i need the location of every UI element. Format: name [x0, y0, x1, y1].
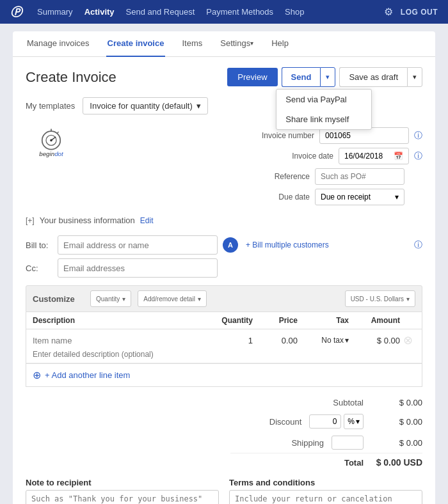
main-container: Manage invoices Create invoice Items Set… — [13, 31, 435, 504]
subtotal-value: $ 0.00 — [371, 398, 422, 407]
totals-table: Subtotal $ 0.00 Discount % ▾ $ 0.00 — [230, 395, 422, 468]
subnav-items[interactable]: Items — [180, 31, 204, 57]
nav-right: ⚙ LOG OUT — [384, 6, 438, 18]
due-caret-icon: ▾ — [395, 193, 399, 201]
svg-line-3 — [57, 132, 59, 134]
item-price-input[interactable] — [253, 336, 298, 345]
note-terms-row: Note to recipient 4000 Terms and conditi… — [26, 478, 422, 504]
bill-multiple-link[interactable]: + Bill multiple customers — [246, 240, 329, 249]
total-label: Total — [344, 458, 364, 468]
dropdown-share-link[interactable]: Share link myself — [276, 109, 371, 129]
subtotal-label: Subtotal — [312, 398, 364, 407]
svg-line-6 — [51, 137, 56, 140]
note-textarea[interactable] — [26, 490, 219, 504]
send-caret-top[interactable]: ▾ — [320, 67, 335, 87]
business-info-label: Your business information — [40, 216, 135, 225]
company-logo: begindot — [26, 127, 77, 162]
nav-payment-methods[interactable]: Payment Methods — [206, 7, 273, 17]
total-row: Total $ 0.00 USD — [230, 453, 422, 468]
save-draft-button-group: Save as draft ▾ — [339, 67, 422, 87]
customize-currency-select[interactable]: USD - U.S. Dollars ▾ — [345, 290, 415, 307]
business-info-edit-link[interactable]: Edit — [140, 216, 154, 225]
items-header: Description Quantity Price Tax Amount — [26, 312, 422, 329]
invoice-meta-row: begindot Invoice number ⓘ Invoice date 1… — [26, 127, 422, 205]
item-quantity-input[interactable] — [208, 336, 253, 345]
customize-add-detail-value: Add/remove detail — [143, 295, 195, 303]
header-actions: Preview Send ▾ Save as draft ▾ Send via … — [227, 67, 422, 87]
send-dropdown: Send via PayPal Share link myself — [276, 89, 372, 130]
item-row-main: No tax ▾ $ 0.00 ⊗ — [33, 333, 415, 347]
logout-button[interactable]: LOG OUT — [401, 8, 438, 17]
discount-label: Discount — [250, 417, 301, 427]
shipping-row: Shipping $ 0.00 — [230, 432, 422, 453]
terms-textarea[interactable] — [229, 490, 422, 504]
item-tax-select[interactable]: No tax ▾ — [298, 336, 349, 345]
invoice-date-input[interactable]: 16/04/2018 📅 — [339, 148, 409, 164]
bill-to-info-icon[interactable]: ⓘ — [414, 239, 422, 251]
discount-amount-value: $ 0.00 — [371, 417, 422, 427]
item-name-input[interactable] — [33, 335, 208, 347]
invoice-number-info-icon[interactable]: ⓘ — [414, 130, 422, 141]
item-description-input[interactable] — [33, 350, 415, 359]
nav-send-request[interactable]: Send and Request — [126, 7, 195, 17]
send-button-group: Send ▾ — [282, 67, 336, 87]
subnav-help[interactable]: Help — [270, 31, 290, 57]
discount-input-wrap: % ▾ — [309, 414, 364, 429]
terms-section: Terms and conditions 4000 — [229, 478, 422, 504]
preview-button-top[interactable]: Preview — [227, 68, 277, 86]
add-line-button[interactable]: + Add another line item — [45, 370, 130, 380]
cc-input[interactable] — [58, 258, 218, 278]
templates-select[interactable]: Invoice for quantity (default) ▾ — [83, 97, 207, 114]
delete-item-button[interactable]: ⊗ — [400, 333, 415, 347]
customize-currency-value: USD - U.S. Dollars — [351, 295, 404, 303]
expand-icon[interactable]: [+] — [26, 216, 35, 225]
send-button-top[interactable]: Send — [282, 67, 321, 87]
customize-add-detail-select[interactable]: Add/remove detail ▾ — [138, 290, 207, 307]
templates-label: My templates — [26, 101, 75, 111]
bill-to-label: Bill to: — [26, 240, 52, 250]
invoice-due-label: Due date — [246, 193, 310, 201]
discount-pct-value: % — [348, 417, 355, 426]
nav-activity[interactable]: Activity — [84, 7, 115, 17]
invoice-date-label: Invoice date — [269, 152, 333, 161]
item-tax-value: No tax — [321, 336, 344, 345]
subnav-manage-invoices[interactable]: Manage invoices — [26, 31, 91, 57]
customize-quantity-select[interactable]: Quantity ▾ — [90, 290, 131, 307]
terms-label: Terms and conditions — [229, 478, 422, 487]
page-content: Create Invoice Preview Send ▾ Save as dr… — [13, 57, 435, 504]
bill-to-row: Bill to: A + Bill multiple customers ⓘ — [26, 235, 422, 255]
customize-label: Customize — [33, 294, 84, 304]
page-title: Create Invoice — [26, 69, 116, 86]
bill-to-input[interactable] — [58, 235, 218, 255]
page-header-row: Create Invoice Preview Send ▾ Save as dr… — [26, 67, 422, 87]
items-table: Description Quantity Price Tax Amount No… — [26, 312, 422, 364]
invoice-number-label: Invoice number — [250, 131, 314, 140]
logo-section: begindot — [26, 127, 77, 162]
subnav-create-invoice[interactable]: Create invoice — [106, 31, 166, 57]
discount-row: Discount % ▾ $ 0.00 — [230, 411, 422, 432]
add-line-row: ⊕ + Add another line item — [26, 364, 422, 387]
subnav-settings[interactable]: Settings — [219, 31, 255, 57]
discount-pct-select[interactable]: % ▾ — [344, 414, 364, 429]
invoice-due-select[interactable]: Due on receipt ▾ — [315, 189, 404, 205]
invoice-reference-input[interactable] — [315, 168, 404, 185]
col-description-header: Description — [33, 316, 208, 325]
calendar-icon: 📅 — [394, 152, 403, 161]
nav-summary[interactable]: Summary — [37, 7, 73, 17]
customize-bar: Customize Quantity ▾ Add/remove detail ▾… — [26, 285, 422, 312]
invoice-date-info-icon[interactable]: ⓘ — [414, 150, 422, 162]
gear-icon[interactable]: ⚙ — [384, 6, 393, 18]
discount-input[interactable] — [309, 414, 341, 429]
dropdown-send-via-paypal[interactable]: Send via PayPal — [276, 90, 371, 109]
paypal-logo: Ⓟ — [10, 4, 22, 20]
note-label: Note to recipient — [26, 478, 219, 487]
save-draft-caret-top[interactable]: ▾ — [407, 67, 422, 87]
save-draft-button-top[interactable]: Save as draft — [339, 67, 407, 87]
invoice-reference-row: Reference — [218, 168, 422, 185]
invoice-fields: Invoice number ⓘ Invoice date 16/04/2018… — [218, 127, 422, 205]
customize-quantity-value: Quantity — [96, 295, 120, 303]
shipping-input[interactable] — [332, 436, 364, 450]
customize-currency-caret: ▾ — [406, 295, 410, 303]
nav-shop[interactable]: Shop — [285, 7, 304, 17]
billing-section: Bill to: A + Bill multiple customers ⓘ C… — [26, 235, 422, 278]
